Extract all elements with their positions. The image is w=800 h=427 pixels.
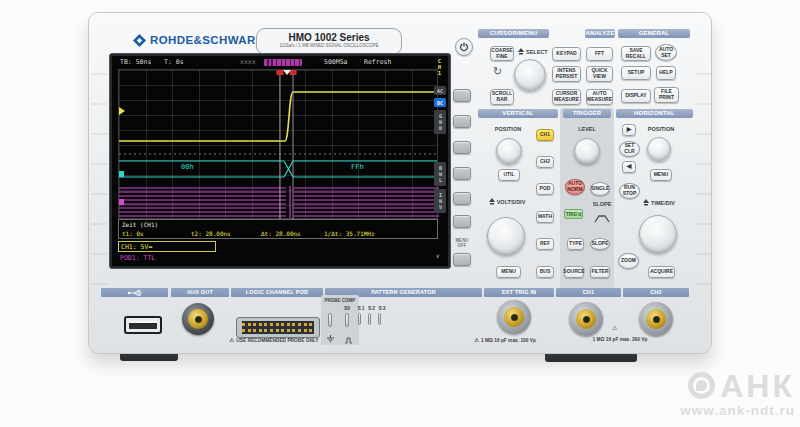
press-knob-icon — [518, 48, 524, 55]
softmenu-channel: CH1 — [436, 58, 442, 76]
trigger-level-knob[interactable] — [574, 138, 600, 164]
pod-button[interactable]: POD — [536, 183, 554, 195]
util-button[interactable]: UTIL — [498, 169, 520, 181]
trigd-indicator: TRIG'd — [564, 209, 583, 219]
warning-icon: ⚠ — [229, 337, 234, 343]
intens-persist-button[interactable]: INTENS PERSIST — [552, 66, 581, 82]
bus-button[interactable]: BUS — [536, 266, 554, 278]
trigger-panel — [560, 108, 614, 290]
zoom-button[interactable]: ZOOM — [618, 253, 639, 269]
time-div-label-text: TIME/DIV — [651, 200, 675, 206]
ch1-button[interactable]: CH1 — [536, 129, 554, 141]
setup-button[interactable]: SETUP — [621, 66, 651, 80]
display-button[interactable]: DISPLAY — [621, 89, 651, 103]
trigger-slope-button[interactable]: SLOPE — [590, 238, 610, 250]
soft-key-1[interactable] — [453, 89, 471, 102]
probe-warning-text: USE RECOMMENDED PROBE ONLY — [236, 338, 318, 343]
help-button[interactable]: HELP — [656, 66, 676, 80]
logic-pod-pins — [242, 321, 314, 334]
auto-norm-button[interactable]: AUTO NORM — [565, 179, 585, 195]
save-recall-button[interactable]: SAVE RECALL — [621, 46, 651, 61]
marker-prev-button[interactable]: ◀ — [622, 161, 636, 173]
probe-comp-ground-pin[interactable] — [328, 313, 332, 327]
s3-pin[interactable] — [378, 313, 381, 325]
set-clr-button[interactable]: SET CLR — [619, 141, 640, 157]
s1-pin[interactable] — [358, 313, 361, 325]
power-button[interactable] — [455, 38, 473, 56]
quick-view-button[interactable]: QUICK VIEW — [586, 66, 613, 82]
single-button[interactable]: SINGLE — [590, 182, 610, 196]
soft-key-3[interactable] — [453, 141, 471, 154]
keypad-button[interactable]: KEYPAD — [552, 47, 581, 61]
trigger-source-button[interactable]: SOURCE — [564, 266, 584, 278]
time-div-label: TIME/DIV — [635, 199, 683, 206]
run-stop-button[interactable]: RUN STOP — [619, 183, 640, 199]
horizontal-menu-button[interactable]: MENU — [650, 169, 672, 181]
volts-div-knob[interactable] — [487, 217, 525, 255]
softmenu-more-icon: ∨ — [436, 252, 440, 259]
graticule: 00h FFh — [118, 69, 438, 219]
math-button[interactable]: MATH — [536, 211, 554, 223]
fft-button[interactable]: FFT — [586, 47, 613, 61]
select-label: SELECT — [518, 48, 550, 55]
ref-button[interactable]: REF — [536, 238, 554, 250]
scroll-bar-button[interactable]: SCROLL BAR — [490, 89, 514, 105]
status-trigger-time: T: 0s — [164, 58, 184, 66]
coarse-fine-button[interactable]: COARSE FINE — [490, 46, 514, 61]
status-logic-label: xxxx — [240, 58, 256, 66]
warning-icon: ⚠ — [474, 337, 479, 343]
ch2-bnc[interactable] — [639, 302, 673, 336]
usb-icon — [127, 289, 143, 297]
probe-warning: ⚠ USE RECOMMENDED PROBE ONLY — [214, 337, 334, 343]
aux-out-bnc[interactable] — [182, 303, 214, 335]
bus-value-left: 00h — [181, 163, 194, 171]
usb-port[interactable] — [124, 316, 162, 334]
section-trigger: TRIGGER — [563, 109, 611, 118]
select-knob[interactable] — [514, 59, 546, 91]
left-grip-ribs — [91, 73, 107, 293]
horizontal-position-knob[interactable] — [647, 137, 671, 161]
marker-next-button[interactable]: ▶ — [622, 124, 636, 136]
square-wave-icon — [344, 330, 353, 348]
press-knob-icon — [489, 198, 495, 205]
ch1-bnc[interactable] — [569, 302, 603, 336]
softmenu-ac: AC — [434, 86, 446, 95]
section-vertical: VERTICAL — [478, 109, 558, 118]
soft-key-6[interactable] — [453, 215, 471, 228]
vertical-position-knob[interactable] — [496, 138, 522, 164]
trigger-type-button[interactable]: TYPE — [567, 238, 584, 250]
acquire-button[interactable]: ACQUIRE — [648, 266, 675, 278]
file-print-button[interactable]: FILE PRINT — [654, 87, 679, 103]
ch1-scale: CH1: 5V= — [121, 243, 152, 251]
ext-trig-spec-text: 1 MΩ 16 pF max. 100 Vp — [481, 338, 536, 343]
soft-key-5[interactable] — [453, 192, 471, 205]
menu-off-key[interactable] — [453, 253, 471, 266]
logic-pod-connector[interactable] — [236, 317, 320, 338]
volts-div-label: VOLTS/DIV — [483, 198, 531, 205]
model-subtitle: 1GSa/s / 1 MB MIXED SIGNAL OSCILLOSCOPE — [257, 43, 401, 49]
softmenu-inv: INV — [434, 189, 446, 213]
ch2-strip: CH2 — [623, 288, 689, 297]
ch1-strip: CH1 — [556, 288, 621, 297]
cursor-measure-button[interactable]: CURSOR MEASURE — [552, 89, 581, 105]
aux-out-strip: AUX OUT — [171, 288, 229, 297]
soft-key-4[interactable] — [453, 167, 471, 180]
measurement-box: Zeit (CH1) t1: 0s t2: 28.00ns ∆t: 28.00n… — [118, 219, 438, 239]
power-icon — [459, 42, 469, 52]
soft-key-2[interactable] — [453, 115, 471, 128]
watermark-url: www.ank-ndt.ru — [680, 404, 795, 418]
brand-logo — [133, 33, 146, 46]
vertical-menu-button[interactable]: MENU — [496, 266, 521, 278]
ch2-button[interactable]: CH2 — [536, 156, 554, 168]
trigger-filter-button[interactable]: FILTER — [590, 266, 610, 278]
ext-trig-bnc[interactable] — [497, 300, 531, 334]
auto-set-button[interactable]: AUTO SET — [655, 44, 677, 61]
section-general: GENERAL — [618, 29, 690, 38]
s2-pin[interactable] — [368, 313, 371, 325]
time-div-knob[interactable] — [639, 215, 677, 253]
status-timebase: TB: 50ns — [120, 58, 151, 66]
s0-pin[interactable] — [345, 313, 349, 327]
right-grip-ribs — [695, 73, 711, 293]
auto-measure-button[interactable]: AUTO MEASURE — [586, 89, 613, 105]
slope-icon — [594, 209, 610, 227]
